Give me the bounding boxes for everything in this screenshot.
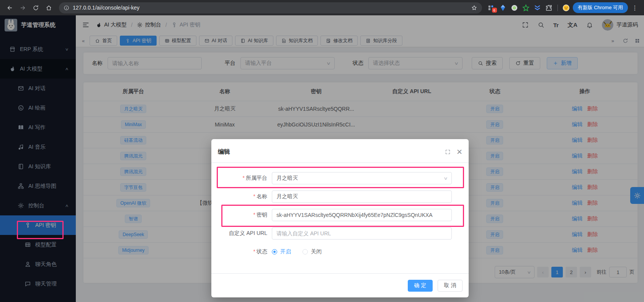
- site-info-icon[interactable]: [64, 5, 69, 11]
- dialog-form: *所属平台 月之暗灭 ∨ *名称 *密钥 自定义 API URL *状态: [211, 163, 469, 258]
- url-text: 127.0.0.1/ai/console/api-key: [73, 5, 139, 11]
- profile-avatar-icon[interactable]: [561, 3, 571, 13]
- required-asterisk: *: [243, 175, 245, 181]
- dialog-header: 编辑 ✕: [211, 139, 469, 163]
- bookmark-star-icon[interactable]: [471, 5, 477, 11]
- status-off-radio[interactable]: 关闭: [302, 248, 322, 255]
- extensions-puzzle-icon[interactable]: [544, 3, 554, 13]
- status-radio-group: 开启 关闭: [272, 248, 322, 255]
- platform-field-select[interactable]: 月之暗灭 ∨: [272, 172, 452, 184]
- required-asterisk: *: [253, 212, 255, 218]
- key-field-label: 密钥: [257, 212, 267, 218]
- radio-dot-icon: [302, 249, 308, 254]
- name-field-input[interactable]: [272, 190, 452, 203]
- url-field-label: 自定义 API URL: [229, 230, 267, 236]
- name-field-label: 名称: [257, 193, 267, 199]
- browser-menu-icon[interactable]: ⋮: [629, 4, 640, 11]
- status-field-row: *状态 开启 关闭: [211, 246, 469, 258]
- key-field-input[interactable]: [272, 209, 452, 221]
- browser-home-button[interactable]: [43, 2, 54, 13]
- reload-button[interactable]: [30, 2, 41, 13]
- key-field-row: *密钥: [211, 209, 469, 221]
- browser-toolbar: 127.0.0.1/ai/console/api-key 6 有新版 Chrom…: [0, 0, 644, 15]
- extension-kite-icon[interactable]: [498, 3, 508, 13]
- dialog-footer: 确 定 取 消: [211, 273, 469, 297]
- url-field-input[interactable]: [272, 227, 452, 240]
- extension-star-icon[interactable]: [521, 3, 531, 13]
- edit-dialog: 编辑 ✕ *所属平台 月之暗灭 ∨ *名称 *密钥: [211, 139, 469, 297]
- cancel-button[interactable]: 取 消: [438, 280, 463, 292]
- confirm-button[interactable]: 确 定: [408, 280, 433, 292]
- name-field-row: *名称: [211, 190, 469, 203]
- extension-blocks-icon[interactable]: 6: [487, 3, 497, 13]
- extension-ring-icon[interactable]: [510, 3, 520, 13]
- platform-field-row: *所属平台 月之暗灭 ∨: [211, 172, 469, 184]
- extension-chevrons-icon[interactable]: [533, 3, 543, 13]
- radio-dot-icon: [272, 249, 277, 254]
- forward-button[interactable]: [17, 2, 28, 13]
- status-field-label: 状态: [257, 248, 267, 254]
- address-bar[interactable]: 127.0.0.1/ai/console/api-key: [59, 2, 482, 13]
- required-asterisk: *: [253, 193, 255, 199]
- dialog-fullscreen-icon[interactable]: [445, 149, 451, 155]
- dialog-close-icon[interactable]: ✕: [456, 148, 463, 156]
- dialog-title: 编辑: [218, 148, 230, 156]
- extension-badge: 6: [492, 8, 497, 13]
- back-button[interactable]: [4, 2, 15, 13]
- toolbar-divider: [557, 5, 558, 11]
- platform-field-label: 所属平台: [246, 175, 267, 181]
- status-on-radio[interactable]: 开启: [272, 248, 291, 255]
- url-field-row: 自定义 API URL: [211, 227, 469, 240]
- browser-window: 127.0.0.1/ai/console/api-key 6 有新版 Chrom…: [0, 0, 644, 302]
- required-asterisk: *: [253, 248, 255, 254]
- chevron-down-icon: ∨: [443, 176, 448, 181]
- chrome-update-button[interactable]: 有新版 Chrome 可用: [573, 2, 628, 13]
